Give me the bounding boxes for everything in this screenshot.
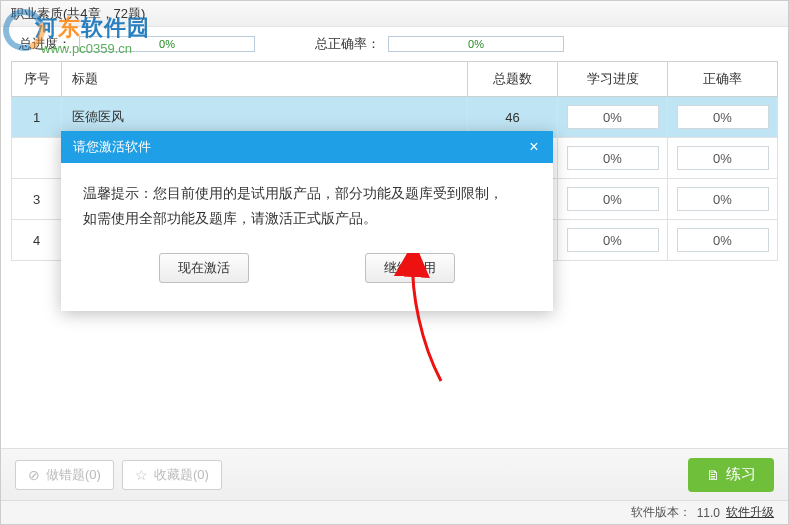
- pill-group: ⊘ 做错题(0) ☆ 收藏题(0): [15, 460, 222, 490]
- cell-progress: 0%: [558, 97, 668, 138]
- modal-actions: 现在激活 继续试用: [61, 233, 553, 311]
- cell-accuracy: 0%: [668, 138, 778, 179]
- modal-text-you: 您: [153, 185, 167, 201]
- star-icon: ☆: [135, 468, 148, 482]
- cell-progress: 0%: [558, 220, 668, 261]
- wrong-questions-button[interactable]: ⊘ 做错题(0): [15, 460, 114, 490]
- wrong-questions-label: 做错题(0): [46, 466, 101, 484]
- cell-progress: 0%: [558, 179, 668, 220]
- cell-index: 1: [12, 97, 62, 138]
- th-index: 序号: [12, 62, 62, 97]
- cell-accuracy: 0%: [668, 97, 778, 138]
- th-title: 标题: [62, 62, 468, 97]
- version-value: 11.0: [697, 506, 720, 520]
- modal-text-line1: 目前使用的是试用版产品，部分功能及题库受到限制，: [167, 185, 503, 201]
- upgrade-link[interactable]: 软件升级: [726, 504, 774, 521]
- accuracy-value: 0%: [468, 38, 484, 50]
- stat-accuracy: 总正确率： 0%: [315, 35, 564, 53]
- bottom-toolbar: ⊘ 做错题(0) ☆ 收藏题(0) 🗎 练习: [1, 448, 788, 500]
- status-bar: 软件版本： 11.0 软件升级: [1, 500, 788, 524]
- stats-bar: 总进度： 0% 总正确率： 0%: [1, 27, 788, 61]
- favorite-questions-label: 收藏题(0): [154, 466, 209, 484]
- modal-text-line2: 如需使用全部功能及题库，请激活正式版产品。: [83, 210, 377, 226]
- doc-icon: 🗎: [706, 468, 720, 482]
- cell-progress: 0%: [558, 138, 668, 179]
- cell-accuracy: 0%: [668, 220, 778, 261]
- modal-title: 请您激活软件: [73, 138, 151, 156]
- cell-index: 3: [12, 179, 62, 220]
- progress-label: 总进度：: [19, 35, 71, 53]
- progress-value: 0%: [159, 38, 175, 50]
- activation-modal: 请您激活软件 × 温馨提示：您目前使用的是试用版产品，部分功能及题库受到限制， …: [61, 131, 553, 311]
- cell-index: 4: [12, 220, 62, 261]
- stat-progress: 总进度： 0%: [19, 35, 255, 53]
- modal-header[interactable]: 请您激活软件 ×: [61, 131, 553, 163]
- th-progress: 学习进度: [558, 62, 668, 97]
- activate-now-button[interactable]: 现在激活: [159, 253, 249, 283]
- continue-trial-button[interactable]: 继续试用: [365, 253, 455, 283]
- th-total: 总题数: [468, 62, 558, 97]
- cell-index: [12, 138, 62, 179]
- close-icon[interactable]: ×: [523, 136, 545, 158]
- version-label: 软件版本：: [631, 504, 691, 521]
- favorite-questions-button[interactable]: ☆ 收藏题(0): [122, 460, 222, 490]
- practice-button[interactable]: 🗎 练习: [688, 458, 774, 492]
- title-bar: 职业素质(共4章，72题): [1, 1, 788, 27]
- modal-tip-prefix: 温馨提示：: [83, 185, 153, 201]
- table-header-row: 序号 标题 总题数 学习进度 正确率: [12, 62, 778, 97]
- cell-accuracy: 0%: [668, 179, 778, 220]
- accuracy-bar: 0%: [388, 36, 564, 52]
- modal-body: 温馨提示：您目前使用的是试用版产品，部分功能及题库受到限制， 如需使用全部功能及…: [61, 163, 553, 233]
- progress-bar: 0%: [79, 36, 255, 52]
- th-accuracy: 正确率: [668, 62, 778, 97]
- app-window: 职业素质(共4章，72题) 总进度： 0% 总正确率： 0% 序号 标题 总题数…: [0, 0, 789, 525]
- practice-label: 练习: [726, 465, 756, 484]
- accuracy-label: 总正确率：: [315, 35, 380, 53]
- circle-slash-icon: ⊘: [28, 468, 40, 482]
- window-title: 职业素质(共4章，72题): [11, 5, 145, 23]
